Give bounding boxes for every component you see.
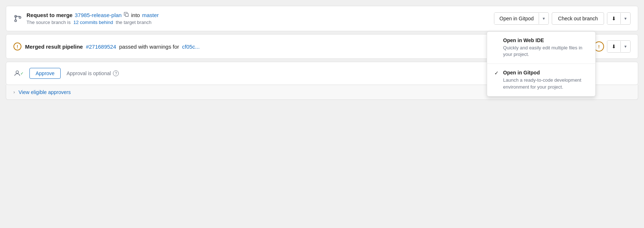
merge-left: Request to merge 37985-release-plan into… — [13, 12, 159, 25]
dropdown-item-gitpod[interactable]: ✓ Open in Gitpod Launch a ready-to-code … — [487, 64, 595, 96]
gitpod-header: ✓ Open in Gitpod Launch a ready-to-code … — [494, 70, 588, 90]
help-question-mark: ? — [115, 71, 117, 76]
svg-point-4 — [16, 71, 19, 73]
merge-subtitle: The source branch is 12 commits behind t… — [27, 20, 159, 25]
warning-exclamation: ! — [17, 44, 18, 49]
gitpod-desc: Launch a ready-to-code development envir… — [503, 77, 588, 90]
pipeline-label-middle: passed with warnings for — [119, 44, 179, 50]
subtitle-prefix: The source branch is — [27, 20, 70, 25]
open-in-gitpod-group: Open in Gitpod ▾ — [494, 12, 549, 25]
main-container: Request to merge 37985-release-plan into… — [0, 0, 644, 100]
merge-text-block: Request to merge 37985-release-plan into… — [27, 12, 159, 25]
pipeline-left: ! Merged result pipeline #271689524 pass… — [13, 42, 200, 50]
avatar-icon: ✓ — [13, 68, 24, 78]
open-in-gitpod-dropdown-button[interactable]: ▾ — [539, 13, 548, 24]
gitpod-content: Open in Gitpod Launch a ready-to-code de… — [503, 70, 588, 90]
svg-rect-3 — [125, 13, 128, 16]
approve-button[interactable]: Approve — [29, 68, 61, 79]
download-button[interactable]: ⬇ — [607, 13, 620, 24]
view-approvers-link[interactable]: View eligible approvers — [19, 89, 71, 95]
dropdown-item-web-ide[interactable]: Open in Web IDE Quickly and easily edit … — [487, 32, 595, 64]
open-in-gitpod-button[interactable]: Open in Gitpod — [494, 13, 539, 24]
pipeline-label-prefix: Merged result pipeline — [25, 44, 83, 50]
pipeline-download-group: ⬇ ▾ — [607, 40, 631, 53]
download-icon: ⬇ — [612, 16, 616, 21]
pipeline-warning-icon: ! — [13, 42, 21, 50]
pipeline-download-icon: ⬇ — [612, 44, 616, 49]
open-options-dropdown: Open in Web IDE Quickly and easily edit … — [487, 31, 596, 97]
merge-request-section: Request to merge 37985-release-plan into… — [6, 6, 638, 31]
svg-point-1 — [15, 20, 17, 22]
web-ide-desc: Quickly and easily edit multiple files i… — [503, 45, 588, 58]
branch-name-link[interactable]: 37985-release-plan — [75, 12, 122, 18]
chevron-right-icon: › — [13, 90, 15, 95]
checkout-branch-button[interactable]: Check out branch — [552, 12, 604, 25]
pipeline-link[interactable]: #271689524 — [86, 44, 116, 50]
download-dropdown-button[interactable]: ▾ — [620, 13, 630, 24]
web-ide-content: Open in Web IDE Quickly and easily edit … — [503, 37, 588, 58]
merge-actions: Open in Gitpod ▾ Check out branch ⬇ ▾ — [494, 12, 631, 25]
pipeline-download-dropdown-button[interactable]: ▾ — [620, 41, 630, 52]
pipeline-text: Merged result pipeline #271689524 passed… — [25, 44, 200, 50]
help-icon[interactable]: ? — [113, 70, 119, 76]
download-group: ⬇ ▾ — [607, 12, 631, 25]
web-ide-checkmark — [494, 38, 500, 44]
request-to-merge-label: Request to merge — [27, 12, 73, 18]
web-ide-title: Open in Web IDE — [503, 37, 588, 43]
avatar-checkmark: ✓ — [20, 71, 24, 76]
gitpod-checkmark: ✓ — [494, 70, 500, 76]
commits-behind-link[interactable]: 12 commits behind — [73, 20, 113, 25]
target-branch-link[interactable]: master — [142, 12, 159, 18]
approval-optional-text: Approval is optional — [66, 70, 111, 76]
gitpod-title: Open in Gitpod — [503, 70, 588, 76]
subtitle-suffix: the target branch — [116, 20, 151, 25]
copy-icon[interactable] — [124, 12, 129, 18]
orange-warning-icon: ! — [598, 44, 600, 49]
web-ide-header: Open in Web IDE Quickly and easily edit … — [494, 37, 588, 58]
pipeline-download-chevron-icon: ▾ — [624, 44, 627, 49]
into-text: into — [131, 12, 140, 18]
merge-title: Request to merge 37985-release-plan into… — [27, 12, 159, 18]
approve-label: Approval is optional ? — [66, 70, 119, 76]
svg-point-2 — [19, 17, 21, 19]
merge-icon — [13, 14, 22, 23]
pipeline-commit-link[interactable]: cf05c... — [182, 44, 199, 50]
dropdown-chevron-icon: ▾ — [543, 16, 545, 21]
download-chevron-icon: ▾ — [624, 16, 627, 21]
pipeline-download-button[interactable]: ⬇ — [607, 41, 620, 52]
